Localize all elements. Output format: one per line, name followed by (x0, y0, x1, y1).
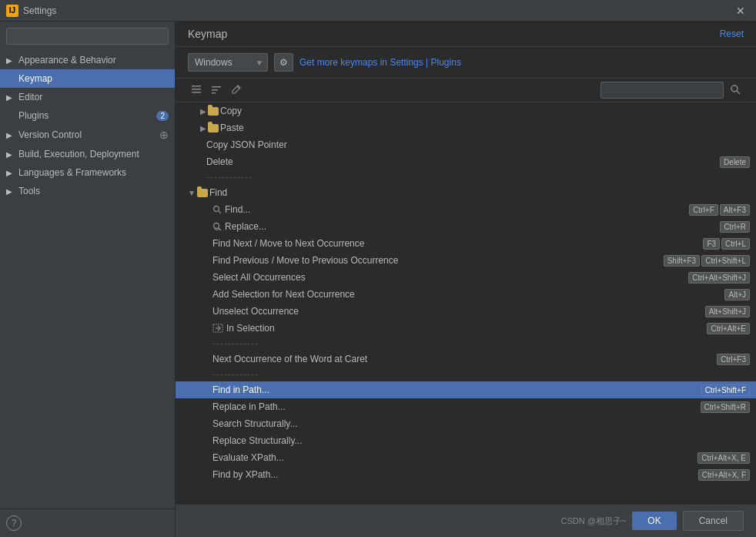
sidebar-item-label: Build, Execution, Deployment (18, 149, 139, 159)
sidebar-search-input[interactable] (6, 28, 169, 45)
edit-button[interactable] (228, 82, 245, 99)
svg-point-9 (214, 206, 219, 212)
svg-point-11 (214, 223, 219, 229)
sidebar-item-label: Appearance & Behavior (18, 55, 116, 65)
shortcuts: Ctrl+Alt+Shift+J (688, 272, 750, 284)
shortcut-badge: Ctrl+Shift+R (701, 401, 750, 413)
keymap-search-icon-button[interactable] (727, 82, 744, 99)
keymap-select[interactable]: Windows macOS Default Eclipse Emacs NetB… (188, 53, 268, 72)
folder-icon (208, 107, 219, 116)
list-item[interactable]: ▶ Copy (176, 102, 756, 119)
in-selection-icon (212, 324, 223, 333)
get-more-link[interactable]: Get more keymaps in Settings | Plugins (299, 57, 461, 68)
svg-rect-3 (212, 86, 221, 88)
sidebar-item-tools[interactable]: ▶ Tools (0, 182, 175, 200)
watermark: CSDN @相思子~ (560, 515, 626, 527)
collapse-all-icon (211, 84, 222, 95)
list-item[interactable]: Find Next / Move to Next Occurrence F3 C… (176, 235, 756, 252)
shortcut-badge: Ctrl+F (689, 204, 718, 216)
sidebar-item-label: Version Control (18, 129, 82, 140)
shortcuts: Shift+F3 Ctrl+Shift+L (664, 255, 750, 267)
svg-rect-0 (192, 86, 201, 87)
ok-button[interactable]: OK (632, 512, 676, 530)
title-bar-text: Settings (23, 5, 56, 16)
list-item[interactable]: ▶ Paste (176, 119, 756, 136)
gear-button[interactable]: ⚙ (274, 53, 293, 72)
shortcuts: Ctrl+F3 (717, 354, 750, 365)
item-label: Copy (220, 106, 750, 116)
cancel-button[interactable]: Cancel (683, 511, 744, 531)
list-item[interactable]: Copy JSON Pointer (176, 136, 756, 153)
list-item[interactable]: Delete Delete (176, 153, 756, 170)
sidebar-item-label: Editor (18, 92, 42, 102)
close-button[interactable]: ✕ (731, 3, 750, 18)
search-icon (730, 84, 741, 95)
list-item[interactable]: Replace in Path... Ctrl+Shift+R (176, 398, 756, 415)
list-item[interactable]: Find Previous / Move to Previous Occurre… (176, 252, 756, 269)
sidebar-search-wrapper: 🔍 (6, 28, 169, 45)
sidebar-item-build[interactable]: ▶ Build, Execution, Deployment (0, 145, 175, 163)
plugins-badge: 2 (156, 111, 169, 121)
sidebar-item-label: Plugins (18, 110, 49, 121)
list-item[interactable]: Select All Occurrences Ctrl+Alt+Shift+J (176, 269, 756, 286)
item-label: Search Structurally... (212, 418, 750, 429)
list-item[interactable]: Find by XPath... Ctrl+Alt+X, F (176, 466, 756, 483)
list-item[interactable]: Evaluate XPath... Ctrl+Alt+X, E (176, 449, 756, 466)
shortcuts: Ctrl+R (720, 221, 750, 233)
item-label: Replace Structurally... (212, 435, 750, 446)
keymap-search-input[interactable] (600, 82, 724, 99)
shortcut-badge: Ctrl+Alt+Shift+J (688, 272, 750, 284)
shortcut-badge: F3 (703, 238, 720, 250)
item-label: Find by XPath... (212, 469, 698, 480)
sidebar-item-label: Tools (18, 186, 40, 196)
item-label: Find Next / Move to Next Occurrence (212, 238, 703, 249)
shortcuts: Delete (720, 156, 750, 168)
shortcuts: Alt+J (724, 289, 750, 300)
item-label: Add Selection for Next Occurrence (212, 289, 724, 300)
sidebar-item-plugins[interactable]: Plugins 2 (0, 106, 175, 125)
expand-all-button[interactable] (188, 82, 205, 99)
item-label: Evaluate XPath... (212, 452, 697, 463)
sidebar-item-editor[interactable]: ▶ Editor (0, 88, 175, 106)
title-bar-left: IJ Settings (6, 5, 56, 17)
sidebar-item-appearance[interactable]: ▶ Appearance & Behavior (0, 51, 175, 69)
separator: ------------ (176, 368, 756, 381)
bottom-bar: CSDN @相思子~ OK Cancel (176, 504, 756, 537)
shortcut-badge: Ctrl+Shift+L (701, 255, 750, 267)
list-item[interactable]: Find in Path... Ctrl+Shift+F (176, 381, 756, 398)
sidebar-item-label: Languages & Frameworks (18, 167, 126, 178)
list-item[interactable]: Next Occurrence of the Word at Caret Ctr… (176, 351, 756, 368)
shortcuts: Alt+Shift+J (705, 306, 750, 317)
list-item[interactable]: Replace Structurally... (176, 432, 756, 449)
sidebar-item-version-control[interactable]: ▶ Version Control ⊕ (0, 125, 175, 145)
arrow-icon: ▶ (6, 131, 15, 139)
item-label: Find Previous / Move to Previous Occurre… (212, 255, 664, 266)
reset-button[interactable]: Reset (720, 29, 744, 39)
replace-icon (212, 222, 222, 231)
shortcut-badge: Shift+F3 (664, 255, 701, 267)
svg-rect-1 (192, 89, 201, 90)
list-item[interactable]: Unselect Occurrence Alt+Shift+J (176, 303, 756, 320)
item-label: Delete (206, 156, 720, 167)
list-item[interactable]: Add Selection for Next Occurrence Alt+J (176, 286, 756, 303)
toolbar-right (600, 82, 744, 99)
list-item[interactable]: Replace... Ctrl+R (176, 218, 756, 235)
sidebar-item-languages[interactable]: ▶ Languages & Frameworks (0, 163, 175, 182)
panel-title: Keymap (188, 28, 227, 40)
collapse-all-button[interactable] (208, 82, 225, 99)
help-button[interactable]: ? (6, 515, 22, 531)
sidebar-item-keymap[interactable]: Keymap (0, 69, 175, 88)
separator-line: ------------ (212, 338, 259, 349)
item-label: Find... (225, 204, 689, 215)
list-item[interactable]: ▼ Find (176, 184, 756, 201)
list-item[interactable]: In Selection Ctrl+Alt+E (176, 320, 756, 337)
collapse-arrow-icon: ▶ (200, 124, 206, 133)
list-item[interactable]: Search Structurally... (176, 415, 756, 432)
list-item[interactable]: Find... Ctrl+F Alt+F3 (176, 201, 756, 218)
item-label: Replace in Path... (212, 401, 701, 412)
sidebar: 🔍 ▶ Appearance & Behavior Keymap ▶ Edito… (0, 22, 176, 537)
shortcut-badge: Ctrl+Shift+F (701, 384, 750, 396)
find-icon (212, 205, 222, 214)
sidebar-bottom: ? (0, 508, 175, 537)
svg-point-7 (731, 86, 738, 92)
